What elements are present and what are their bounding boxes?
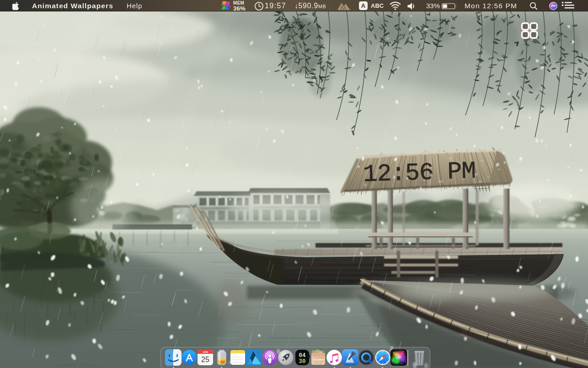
svg-text:25: 25 [201,356,209,363]
svg-text:Stickers: Stickers [312,357,324,362]
svg-text:12:56 PM: 12:56 PM [363,157,476,189]
svg-text:JAN: JAN [203,351,208,353]
svg-text:30: 30 [299,358,305,365]
svg-text:04: 04 [299,352,306,359]
